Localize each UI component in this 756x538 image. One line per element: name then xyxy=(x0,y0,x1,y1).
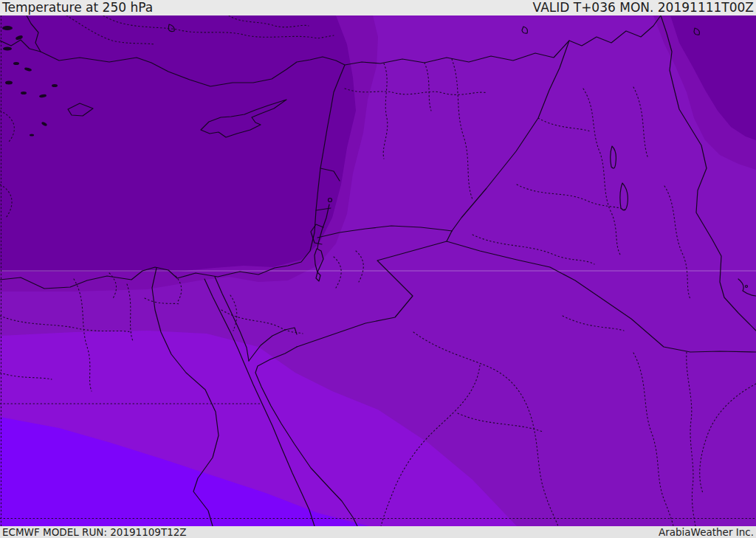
island-speck xyxy=(30,134,34,137)
island-speck xyxy=(3,47,12,51)
island-speck xyxy=(2,26,13,30)
island-speck xyxy=(5,81,13,85)
model-run-label: ECMWF MODEL RUN: 20191109T12Z xyxy=(2,526,187,538)
weather-map-app: Temperature at 250 hPa VALID T+036 MON. … xyxy=(0,0,756,538)
weather-map xyxy=(0,0,756,538)
island-speck xyxy=(13,62,19,65)
temp-shade-coldest-west xyxy=(0,15,356,272)
island-speck xyxy=(52,84,58,87)
island-speck xyxy=(21,92,27,94)
credit-label: ArabiaWeather Inc. xyxy=(659,526,754,538)
footer-bar: ECMWF MODEL RUN: 20191109T12Z ArabiaWeat… xyxy=(0,526,756,538)
